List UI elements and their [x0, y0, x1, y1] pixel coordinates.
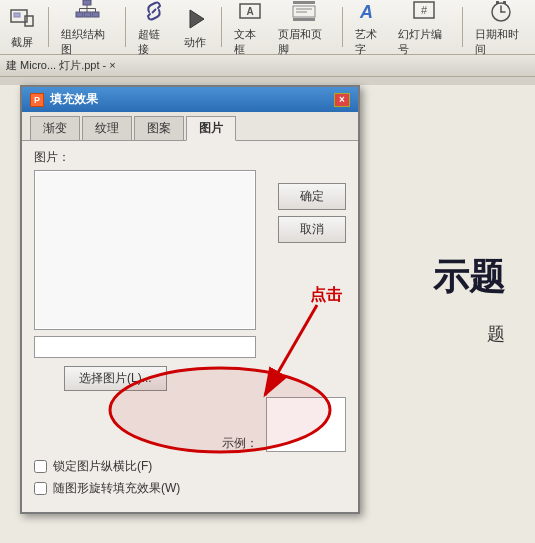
toolbar-separator-1	[48, 7, 49, 47]
screenshot-label: 截屏	[11, 35, 33, 50]
svg-rect-26	[496, 1, 499, 4]
header-icon	[290, 0, 318, 25]
dialog-app-icon: P	[30, 93, 44, 107]
textbox-label: 文本框	[234, 27, 265, 57]
screenshot-icon	[8, 5, 36, 33]
toolbar-separator-3	[221, 7, 222, 47]
svg-marker-12	[190, 10, 204, 28]
svg-rect-4	[76, 12, 83, 17]
datetime-label: 日期和时间	[475, 27, 527, 57]
cancel-button[interactable]: 取消	[278, 216, 346, 243]
link-label: 超链接	[138, 27, 169, 57]
toolbar-item-link[interactable]: 超链接	[138, 0, 169, 57]
textbox-icon: A	[236, 0, 264, 25]
select-image-row: 选择图片(L)...	[64, 366, 346, 391]
svg-rect-5	[84, 12, 91, 17]
tab-picture[interactable]: 图片	[186, 116, 236, 141]
toolbar-item-orgchart[interactable]: 组织结构图	[61, 0, 113, 57]
rotate-fill-label: 随图形旋转填充效果(W)	[53, 480, 180, 497]
toolbar-separator-2	[125, 7, 126, 47]
svg-rect-16	[293, 18, 315, 21]
example-preview-box	[266, 397, 346, 452]
link-icon	[140, 0, 168, 25]
toolbar-item-textbox[interactable]: A 文本框	[234, 0, 265, 57]
toolbar-item-wordart[interactable]: A 艺术字	[355, 0, 386, 57]
preview-inner	[36, 172, 254, 328]
select-image-button[interactable]: 选择图片(L)...	[64, 366, 167, 391]
dialog-action-buttons: 确定 取消	[278, 183, 346, 243]
dialog-title-text: 填充效果	[50, 91, 98, 108]
slide-title-char: 示题	[433, 256, 505, 297]
slide-subtitle: 题	[487, 322, 505, 346]
svg-rect-6	[92, 12, 99, 17]
action-label: 动作	[184, 35, 206, 50]
toolbar-item-slidenum[interactable]: # 幻灯片编号	[398, 0, 450, 57]
lock-aspect-checkbox[interactable]	[34, 460, 47, 473]
wordart-icon: A	[356, 0, 384, 25]
dialog-close-button[interactable]: ×	[334, 93, 350, 107]
lock-aspect-row: 锁定图片纵横比(F)	[34, 458, 346, 475]
svg-rect-2	[14, 13, 20, 17]
toolbar: 截屏 组织结构图 超链接	[0, 0, 535, 55]
action-icon	[181, 5, 209, 33]
toolbar-separator-4	[342, 7, 343, 47]
slide-main-title: 示题	[433, 253, 505, 302]
image-field-label: 图片：	[34, 149, 346, 166]
window-title: 建 Micro... 灯片.ppt - ×	[6, 58, 116, 73]
image-preview-area	[34, 170, 256, 330]
image-path-input[interactable]	[34, 336, 256, 358]
fill-effects-dialog: P 填充效果 × 渐变 纹理 图案 图片 确定 取消 图片：	[20, 85, 360, 514]
wordart-label: 艺术字	[355, 27, 386, 57]
window-title-bar: 建 Micro... 灯片.ppt - ×	[0, 55, 535, 77]
dialog-titlebar: P 填充效果 ×	[22, 87, 358, 112]
svg-rect-27	[503, 1, 506, 4]
svg-line-11	[152, 9, 156, 13]
svg-rect-15	[293, 1, 315, 4]
slidenum-icon: #	[410, 0, 438, 25]
tab-gradient[interactable]: 渐变	[30, 116, 80, 140]
toolbar-item-screenshot[interactable]: 截屏	[8, 5, 36, 50]
dialog-tabs: 渐变 纹理 图案 图片	[22, 112, 358, 141]
orgchart-label: 组织结构图	[61, 27, 113, 57]
example-label: 示例：	[222, 435, 258, 452]
svg-rect-3	[83, 0, 91, 5]
toolbar-item-action[interactable]: 动作	[181, 5, 209, 50]
org-icon	[73, 0, 101, 25]
rotate-fill-row: 随图形旋转填充效果(W)	[34, 480, 346, 497]
ok-button[interactable]: 确定	[278, 183, 346, 210]
svg-text:#: #	[421, 4, 428, 16]
svg-rect-1	[25, 16, 33, 26]
svg-text:A: A	[359, 2, 373, 22]
header-label: 页眉和页脚	[278, 27, 330, 57]
tab-texture[interactable]: 纹理	[82, 116, 132, 140]
toolbar-item-header[interactable]: 页眉和页脚	[278, 0, 330, 57]
toolbar-item-datetime[interactable]: 日期和时间	[475, 0, 527, 57]
lock-aspect-label: 锁定图片纵横比(F)	[53, 458, 152, 475]
slidenum-label: 幻灯片编号	[398, 27, 450, 57]
tab-pattern[interactable]: 图案	[134, 116, 184, 140]
svg-text:A: A	[246, 6, 253, 17]
toolbar-separator-5	[462, 7, 463, 47]
rotate-fill-checkbox[interactable]	[34, 482, 47, 495]
main-area: 建 Micro... 灯片.ppt - × 示题 题 P 填充效果 × 渐变 纹…	[0, 55, 535, 543]
example-section: 示例：	[34, 397, 346, 452]
datetime-icon	[487, 0, 515, 25]
